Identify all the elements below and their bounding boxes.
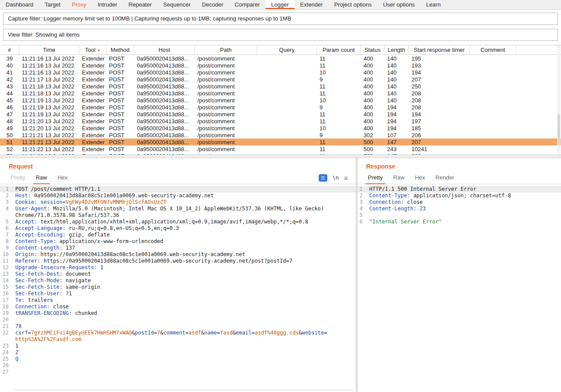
nav-tab-comparer[interactable]: Comparer [229, 0, 265, 9]
column-header-path[interactable]: Path [195, 45, 257, 54]
editor-menu-icon[interactable]: ≡ [344, 174, 348, 182]
nav-tab-sequencer[interactable]: Sequencer [157, 0, 196, 9]
log-row-50[interactable]: 5011:21:21 13 Jul 2022ExtenderPOST0a9500… [0, 132, 561, 139]
response-tabs-slot: PrettyRawHexRender [363, 172, 459, 184]
editor-line: 22csrf=7gYzhMCiFvi4gBEyUEEk7HmHSHM7xWAO&… [0, 330, 356, 343]
editor-line: 2178 [0, 323, 356, 330]
cell-: 45 [0, 97, 19, 104]
nav-tab-intruder[interactable]: Intruder [92, 0, 123, 9]
log-row-41[interactable]: 4111:21:16 13 Jul 2022ExtenderPOST0a9500… [0, 69, 561, 76]
column-header-query[interactable]: Query [257, 45, 317, 54]
line-text: Accept-Encoding: gzip, deflate [12, 232, 356, 238]
editor-line: 18Connection: close [0, 304, 356, 310]
log-row-43[interactable]: 4311:21:18 13 Jul 2022ExtenderPOST0a9500… [0, 83, 561, 90]
cell-param-count: 9 [317, 132, 361, 139]
column-header-method[interactable]: Method [106, 45, 134, 54]
column-header-[interactable]: # [0, 45, 19, 54]
column-header-comment[interactable]: Comment [470, 45, 516, 54]
request-tab-raw[interactable]: Raw [31, 172, 52, 184]
cell-path: /post/comment [195, 125, 257, 132]
editor-line: 15Sec-Fetch-Site: same-origin [0, 284, 356, 291]
request-editor[interactable]: 1POST /post/comment HTTP/1.12Host: 0a950… [0, 184, 356, 375]
nav-tab-repeater[interactable]: Repeater [123, 0, 157, 9]
nav-tab-learn[interactable]: Learn [421, 0, 446, 9]
log-row-39[interactable]: 3911:21:16 13 Jul 2022ExtenderPOST0a9500… [0, 55, 561, 62]
cell-status: 400 [361, 55, 384, 62]
line-text: Sec-Fetch-Mode: navigate [12, 277, 356, 284]
cell-host: 0a9500020413d88... [134, 62, 195, 69]
cell-length: 140 [384, 55, 409, 62]
cell-length: 147 [384, 153, 409, 155]
log-row-52[interactable]: 5211:21:22 13 Jul 2022ExtenderPOST0a9500… [0, 145, 561, 152]
show-nonprintable-icon[interactable]: \n [333, 175, 339, 181]
line-number: 19 [0, 310, 12, 317]
panel-splitter[interactable] [0, 155, 561, 158]
log-row-53[interactable]: 5311:21:22 13 Jul 2022ExtenderPOST0a9500… [0, 152, 561, 155]
response-tab-render[interactable]: Render [430, 172, 459, 184]
column-header-time[interactable]: Time [19, 45, 79, 54]
column-header-status[interactable]: Status [361, 45, 384, 54]
log-row-51[interactable]: 5111:21:21 13 Jul 2022ExtenderPOST0a9500… [0, 139, 561, 145]
nav-tab-project-options[interactable]: Project options [329, 0, 377, 9]
editor-settings-icon[interactable]: ☰ [319, 174, 327, 182]
request-tab-hex[interactable]: Hex [52, 172, 73, 184]
line-text: Content-Type: application/x-www-form-url… [12, 238, 356, 245]
editor-line: 16Sec-Fetch-User: ?1 [0, 291, 356, 297]
nav-tab-decoder[interactable]: Decoder [196, 0, 229, 9]
nav-tab-dashboard[interactable]: Dashboard [0, 0, 39, 9]
request-editor-icons: ☰ \n ≡ [319, 174, 348, 182]
cell-time: 11:21:20 13 Jul 2022 [19, 118, 79, 125]
column-header-length[interactable]: Length [384, 45, 409, 54]
nav-tab-extender[interactable]: Extender [295, 0, 329, 9]
cell-method: POST [106, 132, 134, 139]
column-header-host[interactable]: Host [134, 45, 195, 54]
cell-host: 0a9500020413d88... [134, 55, 195, 62]
response-editor[interactable]: 1HTTP/1.1 500 Internal Server Error2Cont… [357, 184, 561, 225]
cell-host: 0a9500020413d88... [134, 139, 195, 145]
column-header-label: # [8, 47, 11, 53]
column-header-tool[interactable]: Tool▲ [79, 45, 106, 54]
log-row-44[interactable]: 4411:21:18 13 Jul 2022ExtenderPOST0a9500… [0, 90, 561, 97]
log-row-47[interactable]: 4711:21:19 13 Jul 2022ExtenderPOST0a9500… [0, 111, 561, 118]
log-row-42[interactable]: 4211:21:17 13 Jul 2022ExtenderPOST0a9500… [0, 76, 561, 83]
editor-line: 26 [0, 362, 356, 369]
cell-host: 0a9500020413d88... [134, 90, 195, 97]
response-panel: Response PrettyRawHexRender 1HTTP/1.1 50… [357, 158, 561, 392]
cell-: 41 [0, 69, 19, 76]
cell-method: POST [106, 104, 134, 111]
cell-length: 194 [384, 111, 409, 118]
nav-tab-target[interactable]: Target [39, 0, 66, 9]
editor-line: 24Z [0, 349, 356, 356]
nav-tab-logger[interactable]: Logger [265, 0, 294, 9]
line-text: Upgrade-Insecure-Requests: 1 [12, 264, 356, 271]
cell-time: 11:21:16 13 Jul 2022 [19, 69, 79, 76]
line-text: tRANSFER-ENCODING: chunked [12, 310, 356, 317]
capture-filter-bar[interactable]: Capture filter: Logger memory limit set … [3, 13, 558, 25]
request-hscrollbar[interactable] [14, 389, 353, 391]
table-scrollbar-thumb[interactable] [558, 114, 560, 145]
cell-tool: Extender [79, 139, 106, 145]
cell-path: /post/comment [195, 90, 257, 97]
nav-tab-user-options[interactable]: User options [377, 0, 421, 9]
cell-status: 400 [361, 104, 384, 111]
cell-method: POST [106, 118, 134, 125]
log-row-46[interactable]: 4611:21:19 13 Jul 2022ExtenderPOST0a9500… [0, 104, 561, 111]
response-tab-pretty[interactable]: Pretty [363, 172, 388, 184]
log-row-45[interactable]: 4511:21:19 13 Jul 2022ExtenderPOST0a9500… [0, 97, 561, 104]
cell-time: 11:21:20 13 Jul 2022 [19, 125, 79, 132]
response-tab-hex[interactable]: Hex [410, 172, 430, 184]
cell-tool: Extender [79, 111, 106, 118]
response-tab-raw[interactable]: Raw [388, 172, 410, 184]
view-filter-bar[interactable]: View filter: Showing all items [3, 29, 558, 41]
log-row-49[interactable]: 4911:21:20 13 Jul 2022ExtenderPOST0a9500… [0, 125, 561, 132]
column-header-param-count[interactable]: Param count [317, 45, 361, 54]
editor-line: 17Te: trailers [0, 297, 356, 304]
line-text: Connection: close [366, 199, 561, 206]
table-scrollbar[interactable] [557, 45, 561, 154]
column-header-start-response-timer[interactable]: Start response timer [409, 45, 470, 54]
log-row-48[interactable]: 4811:21:20 13 Jul 2022ExtenderPOST0a9500… [0, 118, 561, 125]
cell-method: POST [106, 111, 134, 118]
log-row-40[interactable]: 4011:21:16 13 Jul 2022ExtenderPOST0a9500… [0, 62, 561, 69]
nav-tab-proxy[interactable]: Proxy [66, 0, 92, 9]
column-header-label: Comment [480, 47, 505, 53]
